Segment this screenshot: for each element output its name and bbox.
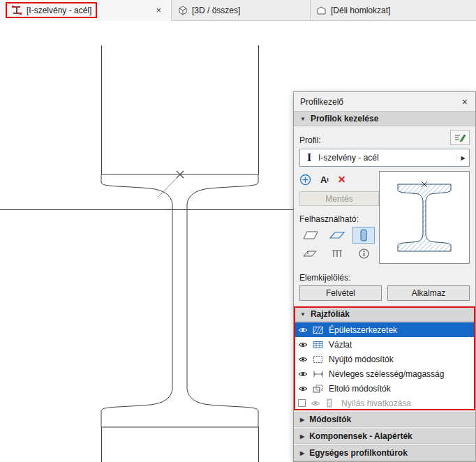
eye-icon[interactable] [311,400,322,407]
tab-elevation[interactable]: [Déli homlokzat] [311,0,476,21]
use-with-railing-button[interactable] [326,245,348,262]
apply-button[interactable]: Alkalmaz [387,285,470,301]
section-header-contours[interactable]: ▶ Egységes profilkontúrok [294,445,475,461]
use-with-beam-button[interactable] [326,227,348,244]
profile-select-dropdown[interactable]: I I-szelvény - acél ▶ [299,149,470,167]
layer-type-icon [313,385,325,393]
beam-icon [329,230,345,240]
annotation-red-box-layers: ▼ Rajzfóliák Épületszerkezetek [294,306,475,410]
save-button[interactable]: Mentés [299,191,379,206]
delete-profile-button[interactable]: ✕ [338,174,346,185]
close-tab-icon[interactable]: × [151,5,165,15]
layer-row-nyilas-hivatkozasa[interactable]: Nyílás hivatkozása [294,396,475,410]
elevation-icon [316,6,327,15]
eye-icon[interactable] [298,385,309,392]
chevron-right-icon: ▶ [300,417,304,423]
annotation-red-box-tab: [I-szelvény - acél] [6,2,97,18]
close-panel-icon[interactable]: × [461,96,469,107]
wall-icon [302,230,319,240]
tab-bar: [I-szelvény - acél] × [3D / összes] [Dél… [0,0,476,21]
chevron-down-icon: ▼ [300,311,306,318]
eye-icon[interactable] [298,371,309,378]
shell-icon [302,248,319,258]
profile-preview-drawing [380,172,469,263]
profile-editor-icon [11,5,22,15]
section-header-components[interactable]: ▶ Komponensek - Alapérték [294,429,475,444]
i-profile-glyph-icon: I [300,151,318,164]
column-icon [359,229,368,241]
cube-3d-icon [177,5,188,15]
selected-profile-name: I-szelvény - acél [318,153,456,163]
info-button[interactable] [352,245,375,262]
layer-label: Eltoló módosítók [329,384,391,394]
text-edit-icon: A [320,174,327,185]
layer-type-icon [313,341,325,349]
panel-title: Profilkezelő [300,97,343,107]
tab-profile-editor[interactable]: [I-szelvény - acél] × [0,0,172,21]
layer-checkbox[interactable] [298,399,306,407]
profile-manager-panel: Profilkezelő × ▼ Profilok kezelése Profi… [293,91,476,462]
chevron-down-icon: ▼ [300,116,306,122]
eye-icon[interactable] [298,327,309,334]
pickup-button[interactable]: Felvétel [299,285,382,301]
section-header-modifiers[interactable]: ▶ Módosítók [294,412,475,427]
tab-3d-view[interactable]: [3D / összes] [172,0,311,21]
tab-label: [Déli homlokzat] [331,6,390,15]
element-selection-label: Elemkijelölés: [294,270,475,284]
chevron-right-icon: ▶ [300,450,304,456]
layer-list: Épületszerkezetek Vázlat [294,322,475,410]
layer-row-vazlat[interactable]: Vázlat [294,337,475,352]
use-with-column-button[interactable] [352,227,375,244]
new-profile-button[interactable] [299,174,311,186]
add-circle-icon [299,174,311,186]
profile-settings-button[interactable] [450,130,470,145]
chevron-right-icon[interactable]: ▶ [456,155,469,161]
layer-type-icon [313,370,325,378]
chevron-right-icon: ▶ [300,433,304,440]
profile-preview [379,171,470,264]
layer-label: Vázlat [329,340,352,350]
layer-row-nevleges-szelesseg-magassag[interactable]: Névleges szélesség/magasság [294,366,475,381]
layer-type-icon [325,398,338,408]
eye-icon[interactable] [298,341,309,348]
eye-icon[interactable] [298,356,309,363]
section-header-layers[interactable]: ▼ Rajzfóliák [294,306,475,322]
profil-label: Profil: [299,135,321,145]
railing-icon [331,248,343,258]
section-header-profiles[interactable]: ▼ Profilok kezelése [294,111,475,126]
layer-row-eltolo-modositok[interactable]: Eltoló módosítók [294,381,475,396]
tab-label: [I-szelvény - acél] [27,6,91,15]
layer-label: Névleges szélesség/magasság [329,369,444,379]
panel-title-bar[interactable]: Profilkezelő × [294,92,475,111]
layer-type-icon [313,355,325,364]
layer-type-icon [313,326,325,334]
info-icon [359,248,369,259]
rename-profile-button[interactable]: AI [320,174,329,185]
layer-label: Nyílás hivatkozása [341,398,411,408]
application-window: [I-szelvény - acél] × [3D / összes] [Dél… [0,0,476,462]
layer-row-epuletszerkezetek[interactable]: Épületszerkezetek [294,322,475,337]
layer-label: Nyújtó módosítók [329,355,394,364]
use-with-wall-button[interactable] [299,227,322,244]
layer-label: Épületszerkezetek [329,325,397,335]
layer-row-nyujto-modositok[interactable]: Nyújtó módosítók [294,352,475,366]
tab-label: [3D / összes] [192,6,240,15]
use-with-complex-button[interactable] [299,245,322,262]
profile-edit-icon [454,133,466,143]
